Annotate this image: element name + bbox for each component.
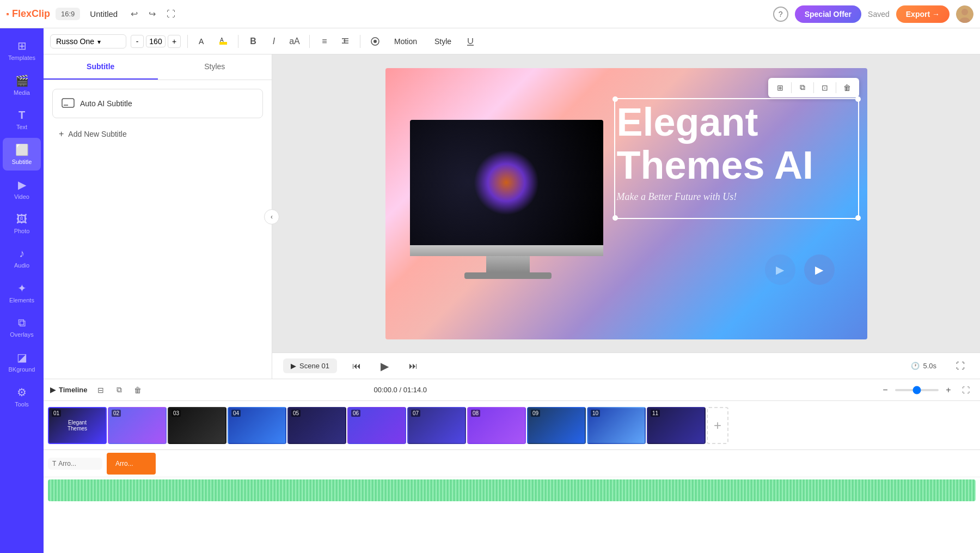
right-content: Russo One - 160 + A A B I aA <box>44 28 980 553</box>
undo-button[interactable]: ↩ <box>127 5 141 22</box>
monitor-stand <box>486 256 530 272</box>
sidebar-item-label-templates: Templates <box>8 54 35 61</box>
user-avatar[interactable] <box>956 5 973 23</box>
sidebar-item-elements[interactable]: ✦ Elements <box>3 276 41 309</box>
canvas-title-line1: Elegant <box>617 101 856 144</box>
text-box-tool-layers[interactable]: ⊞ <box>773 80 788 95</box>
scene-thumb-08[interactable]: 08 <box>467 407 526 444</box>
toolbar-divider-2 <box>238 35 238 48</box>
timeline-delete-button[interactable]: 🗑 <box>130 382 145 398</box>
audio-track[interactable] <box>48 479 976 501</box>
zoom-out-button[interactable]: − <box>879 384 892 397</box>
text-box-tool-delete[interactable]: 🗑 <box>840 80 855 95</box>
scene-thumb-10[interactable]: 10 <box>587 407 646 444</box>
svg-point-3 <box>961 9 968 15</box>
play-button[interactable]: ▶ <box>376 357 394 375</box>
tab-styles[interactable]: Styles <box>158 54 272 80</box>
skip-forward-button[interactable]: ⏭ <box>405 357 422 375</box>
scene-number-07: 07 <box>411 410 420 417</box>
tab-subtitle[interactable]: Subtitle <box>44 54 158 80</box>
font-family-selector[interactable]: Russo One <box>50 34 126 48</box>
align-right-button[interactable] <box>337 33 353 50</box>
scene-thumb-03[interactable]: 03 <box>168 407 226 444</box>
text-effects-button[interactable] <box>367 33 383 50</box>
playback-controls: ▶ Scene 01 ⏮ ▶ ⏭ 🕐 5.0s ⛶ <box>272 353 980 379</box>
timeline-expand-button[interactable]: ⛶ <box>958 382 973 398</box>
text-box-tool-stack[interactable]: ⧉ <box>795 80 810 95</box>
sidebar-item-templates[interactable]: ⊞ Templates <box>3 34 41 66</box>
panel-collapse-button[interactable]: ‹ <box>264 209 279 224</box>
text-case-button[interactable]: aA <box>286 33 303 50</box>
scene-thumb-01[interactable]: 01 ElegantThemes <box>48 407 107 444</box>
play-overlay-button-2[interactable]: ▶ <box>804 254 835 285</box>
sidebar-item-label-subtitle: Subtitle <box>12 159 32 165</box>
zoom-slider[interactable] <box>895 389 939 391</box>
scene-thumb-05[interactable]: 05 <box>287 407 346 444</box>
sidebar-item-photo[interactable]: 🖼 Photo <box>3 208 41 240</box>
sidebar-item-media[interactable]: 🎬 Media <box>3 69 41 101</box>
sidebar-item-video[interactable]: ▶ Video <box>3 173 41 205</box>
text-box-tool-duplicate[interactable]: ⊡ <box>817 80 832 95</box>
sidebar-item-subtitle[interactable]: ⬜ Subtitle <box>3 138 41 171</box>
auto-ai-subtitle-icon <box>62 98 75 109</box>
scene-thumb-02[interactable]: 02 <box>108 407 167 444</box>
auto-ai-subtitle-button[interactable]: Auto AI Subtitle <box>52 89 263 118</box>
sidebar-item-bkground[interactable]: ◪ BKground <box>3 345 41 378</box>
font-size-decrease-button[interactable]: - <box>131 35 144 48</box>
scenes-row: 01 ElegantThemes 02 03 04 05 <box>44 401 980 450</box>
redo-button[interactable]: ↪ <box>145 5 159 22</box>
canvas-title[interactable]: Elegant Themes AI <box>617 101 856 187</box>
sidebar-item-tools[interactable]: ⚙ Tools <box>3 380 41 413</box>
text-box-toolbar-divider <box>791 82 792 93</box>
aspect-ratio-badge[interactable]: 16:9 <box>56 8 80 20</box>
add-new-subtitle-button[interactable]: + Add New Subtitle <box>52 123 263 145</box>
highlight-color-button[interactable]: A <box>215 33 231 50</box>
expand-button[interactable]: ⛶ <box>952 357 969 375</box>
export-button[interactable]: Export → <box>896 5 950 23</box>
sidebar-item-audio[interactable]: ♪ Audio <box>3 242 41 274</box>
timeline-split-button[interactable]: ⊟ <box>93 382 108 398</box>
clip-arro[interactable]: Arro... <box>107 453 156 475</box>
scene-thumb-06[interactable]: 06 <box>347 407 406 444</box>
align-left-button[interactable]: ≡ <box>316 33 333 50</box>
undo-redo-group: ↩ ↪ ⛶ <box>127 5 179 22</box>
special-offer-button[interactable]: Special Offer <box>795 5 861 23</box>
scene-thumb-09[interactable]: 09 <box>527 407 586 444</box>
canvas-subtitle-text[interactable]: Make a Better Future with Us! <box>617 191 856 203</box>
bold-button[interactable]: B <box>245 33 261 50</box>
timeline-icon: ▶ <box>50 386 56 394</box>
sidebar-item-text[interactable]: T Text <box>3 104 41 136</box>
font-size-value[interactable]: 160 <box>146 35 166 47</box>
robot-glow <box>474 150 539 215</box>
app-logo[interactable]: Fc FlexClip <box>7 5 50 23</box>
italic-button[interactable]: I <box>266 33 282 50</box>
scene-button[interactable]: ▶ Scene 01 <box>283 358 337 373</box>
zoom-in-button[interactable]: + <box>942 384 955 397</box>
scene-thumb-07[interactable]: 07 <box>407 407 466 444</box>
skip-back-button[interactable]: ⏮ <box>348 357 365 375</box>
font-size-increase-button[interactable]: + <box>168 35 181 48</box>
add-subtitle-label: Add New Subtitle <box>68 130 126 138</box>
elements-icon: ✦ <box>17 282 27 295</box>
text-box-toolbar: ⊞ ⧉ ⊡ 🗑 <box>768 78 859 98</box>
fullscreen-button[interactable]: ⛶ <box>163 6 179 22</box>
scene-thumb-04[interactable]: 04 <box>228 407 286 444</box>
motion-button[interactable]: Motion <box>388 35 424 48</box>
scene-thumb-11[interactable]: 11 <box>647 407 706 444</box>
project-title[interactable]: Untitled <box>85 7 122 21</box>
font-color-button[interactable]: A <box>194 33 211 50</box>
help-button[interactable]: ? <box>773 7 788 22</box>
robot-image <box>410 120 603 245</box>
svg-text:A: A <box>220 37 224 43</box>
add-scene-button[interactable]: + <box>707 407 728 444</box>
sidebar-item-label-text: Text <box>16 124 27 130</box>
underline-format-button[interactable] <box>462 33 479 50</box>
play-overlay-button-1[interactable]: ▶ <box>765 254 795 285</box>
sidebar-item-label-elements: Elements <box>9 297 34 303</box>
toolbar-divider-4 <box>360 35 360 48</box>
style-button[interactable]: Style <box>428 35 458 48</box>
sidebar-item-overlays[interactable]: ⧉ Overlays <box>3 311 41 343</box>
scene-01-preview: ElegantThemes <box>66 418 88 433</box>
canvas-text-box[interactable]: Elegant Themes AI Make a Better Future w… <box>617 101 856 203</box>
timeline-copy-button[interactable]: ⧉ <box>112 382 127 398</box>
